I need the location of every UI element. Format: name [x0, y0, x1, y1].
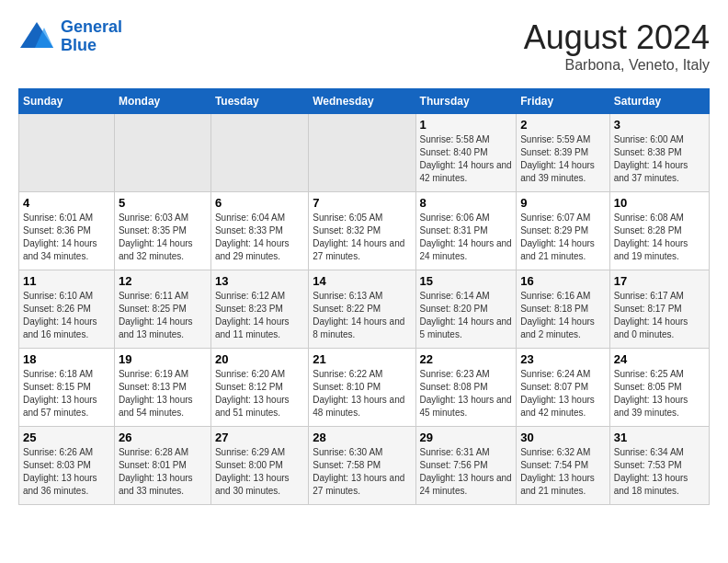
day-number: 11 — [23, 274, 110, 288]
day-number: 27 — [215, 431, 304, 444]
day-info: Sunrise: 6:04 AMSunset: 8:33 PMDaylight:… — [215, 213, 290, 261]
calendar-cell: 29 Sunrise: 6:31 AMSunset: 7:56 PMDaylig… — [415, 427, 517, 505]
calendar-week-1: 1 Sunrise: 5:58 AMSunset: 8:40 PMDayligh… — [19, 114, 710, 192]
day-info: Sunrise: 6:13 AMSunset: 8:22 PMDaylight:… — [313, 291, 404, 339]
calendar-cell: 26 Sunrise: 6:28 AMSunset: 8:01 PMDaylig… — [114, 427, 210, 505]
calendar-body: 1 Sunrise: 5:58 AMSunset: 8:40 PMDayligh… — [19, 114, 710, 505]
calendar-cell: 14 Sunrise: 6:13 AMSunset: 8:22 PMDaylig… — [309, 270, 415, 349]
calendar-week-2: 4 Sunrise: 6:01 AMSunset: 8:36 PMDayligh… — [19, 192, 710, 270]
day-info: Sunrise: 6:34 AMSunset: 7:53 PMDaylight:… — [614, 447, 688, 496]
day-number: 18 — [23, 352, 110, 366]
main-title: August 2024 — [524, 18, 710, 57]
day-info: Sunrise: 6:10 AMSunset: 8:26 PMDaylight:… — [23, 291, 97, 339]
calendar-cell: 25 Sunrise: 6:26 AMSunset: 8:03 PMDaylig… — [19, 427, 115, 505]
weekday-thursday: Thursday — [415, 89, 517, 114]
day-info: Sunrise: 6:19 AMSunset: 8:13 PMDaylight:… — [119, 369, 193, 418]
calendar-cell: 31 Sunrise: 6:34 AMSunset: 7:53 PMDaylig… — [609, 427, 709, 505]
calendar-week-3: 11 Sunrise: 6:10 AMSunset: 8:26 PMDaylig… — [19, 270, 710, 349]
day-number: 3 — [614, 118, 705, 132]
calendar-table: SundayMondayTuesdayWednesdayThursdayFrid… — [18, 88, 710, 505]
subtitle: Barbona, Veneto, Italy — [524, 57, 710, 74]
day-number: 15 — [420, 274, 513, 288]
day-info: Sunrise: 6:25 AMSunset: 8:05 PMDaylight:… — [614, 369, 688, 418]
logo-icon — [18, 20, 55, 52]
day-number: 19 — [119, 352, 207, 366]
calendar-cell: 23 Sunrise: 6:24 AMSunset: 8:07 PMDaylig… — [517, 349, 610, 427]
day-info: Sunrise: 6:06 AMSunset: 8:31 PMDaylight:… — [420, 213, 512, 261]
day-number: 4 — [23, 196, 110, 210]
day-number: 24 — [614, 352, 705, 366]
weekday-header-row: SundayMondayTuesdayWednesdayThursdayFrid… — [19, 89, 710, 114]
day-number: 30 — [520, 431, 606, 444]
day-info: Sunrise: 6:32 AMSunset: 7:54 PMDaylight:… — [520, 447, 595, 496]
calendar-cell: 16 Sunrise: 6:16 AMSunset: 8:18 PMDaylig… — [517, 270, 610, 349]
day-number: 14 — [313, 274, 411, 288]
day-info: Sunrise: 6:01 AMSunset: 8:36 PMDaylight:… — [23, 213, 97, 261]
day-info: Sunrise: 6:17 AMSunset: 8:17 PMDaylight:… — [614, 291, 688, 339]
calendar-cell — [114, 114, 210, 192]
day-info: Sunrise: 6:14 AMSunset: 8:20 PMDaylight:… — [420, 291, 512, 339]
day-info: Sunrise: 6:31 AMSunset: 7:56 PMDaylight:… — [420, 447, 512, 496]
logo-line1: General — [61, 17, 122, 36]
calendar-cell: 30 Sunrise: 6:32 AMSunset: 7:54 PMDaylig… — [517, 427, 610, 505]
calendar-cell: 4 Sunrise: 6:01 AMSunset: 8:36 PMDayligh… — [19, 192, 115, 270]
weekday-saturday: Saturday — [609, 89, 709, 114]
weekday-monday: Monday — [114, 89, 210, 114]
day-info: Sunrise: 6:30 AMSunset: 7:58 PMDaylight:… — [313, 447, 404, 496]
day-info: Sunrise: 6:11 AMSunset: 8:25 PMDaylight:… — [119, 291, 193, 339]
calendar-header: SundayMondayTuesdayWednesdayThursdayFrid… — [19, 89, 710, 114]
day-number: 22 — [420, 352, 513, 366]
weekday-sunday: Sunday — [19, 89, 115, 114]
day-number: 26 — [119, 431, 207, 444]
day-info: Sunrise: 5:58 AMSunset: 8:40 PMDaylight:… — [420, 134, 512, 183]
calendar-week-5: 25 Sunrise: 6:26 AMSunset: 8:03 PMDaylig… — [19, 427, 710, 505]
calendar-cell: 17 Sunrise: 6:17 AMSunset: 8:17 PMDaylig… — [609, 270, 709, 349]
day-number: 23 — [520, 352, 606, 366]
calendar-cell: 28 Sunrise: 6:30 AMSunset: 7:58 PMDaylig… — [309, 427, 415, 505]
calendar-cell: 22 Sunrise: 6:23 AMSunset: 8:08 PMDaylig… — [415, 349, 517, 427]
calendar-cell: 18 Sunrise: 6:18 AMSunset: 8:15 PMDaylig… — [19, 349, 115, 427]
day-number: 12 — [119, 274, 207, 288]
day-number: 10 — [614, 196, 705, 210]
day-info: Sunrise: 5:59 AMSunset: 8:39 PMDaylight:… — [520, 134, 595, 183]
day-number: 2 — [520, 118, 606, 132]
day-info: Sunrise: 6:29 AMSunset: 8:00 PMDaylight:… — [215, 447, 290, 496]
day-info: Sunrise: 6:08 AMSunset: 8:28 PMDaylight:… — [614, 213, 688, 261]
calendar-week-4: 18 Sunrise: 6:18 AMSunset: 8:15 PMDaylig… — [19, 349, 710, 427]
title-block: August 2024 Barbona, Veneto, Italy — [524, 18, 710, 74]
day-number: 7 — [313, 196, 411, 210]
day-info: Sunrise: 6:05 AMSunset: 8:32 PMDaylight:… — [313, 213, 404, 261]
calendar-cell: 27 Sunrise: 6:29 AMSunset: 8:00 PMDaylig… — [210, 427, 308, 505]
weekday-friday: Friday — [517, 89, 610, 114]
logo-line2: Blue — [61, 36, 97, 54]
calendar-cell: 10 Sunrise: 6:08 AMSunset: 8:28 PMDaylig… — [609, 192, 709, 270]
day-info: Sunrise: 6:23 AMSunset: 8:08 PMDaylight:… — [420, 369, 512, 418]
calendar-cell: 9 Sunrise: 6:07 AMSunset: 8:29 PMDayligh… — [517, 192, 610, 270]
calendar-cell: 24 Sunrise: 6:25 AMSunset: 8:05 PMDaylig… — [609, 349, 709, 427]
calendar-cell: 2 Sunrise: 5:59 AMSunset: 8:39 PMDayligh… — [517, 114, 610, 192]
day-number: 9 — [520, 196, 606, 210]
day-number: 29 — [420, 431, 513, 444]
day-number: 28 — [313, 431, 411, 444]
day-info: Sunrise: 6:22 AMSunset: 8:10 PMDaylight:… — [313, 369, 404, 418]
day-info: Sunrise: 6:28 AMSunset: 8:01 PMDaylight:… — [119, 447, 193, 496]
calendar-cell: 13 Sunrise: 6:12 AMSunset: 8:23 PMDaylig… — [210, 270, 308, 349]
calendar-cell: 20 Sunrise: 6:20 AMSunset: 8:12 PMDaylig… — [210, 349, 308, 427]
day-info: Sunrise: 6:16 AMSunset: 8:18 PMDaylight:… — [520, 291, 595, 339]
day-number: 6 — [215, 196, 304, 210]
calendar-cell: 3 Sunrise: 6:00 AMSunset: 8:38 PMDayligh… — [609, 114, 709, 192]
day-info: Sunrise: 6:12 AMSunset: 8:23 PMDaylight:… — [215, 291, 290, 339]
calendar-cell — [19, 114, 115, 192]
calendar-cell: 12 Sunrise: 6:11 AMSunset: 8:25 PMDaylig… — [114, 270, 210, 349]
day-info: Sunrise: 6:20 AMSunset: 8:12 PMDaylight:… — [215, 369, 290, 418]
calendar-cell: 11 Sunrise: 6:10 AMSunset: 8:26 PMDaylig… — [19, 270, 115, 349]
day-info: Sunrise: 6:00 AMSunset: 8:38 PMDaylight:… — [614, 134, 688, 183]
calendar-cell: 6 Sunrise: 6:04 AMSunset: 8:33 PMDayligh… — [210, 192, 308, 270]
calendar-cell — [210, 114, 308, 192]
logo-text: General Blue — [61, 18, 122, 55]
calendar-cell: 1 Sunrise: 5:58 AMSunset: 8:40 PMDayligh… — [415, 114, 517, 192]
day-number: 25 — [23, 431, 110, 444]
weekday-tuesday: Tuesday — [210, 89, 308, 114]
day-number: 31 — [614, 431, 705, 444]
page-header: General Blue August 2024 Barbona, Veneto… — [18, 18, 710, 74]
